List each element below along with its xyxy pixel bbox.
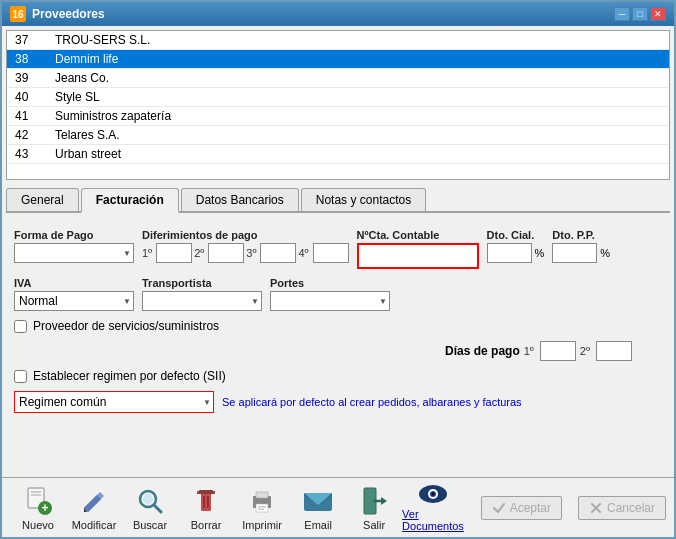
imprimir-icon bbox=[246, 485, 278, 517]
list-item[interactable]: 37 TROU-SERS S.L. bbox=[7, 31, 669, 50]
svg-point-7 bbox=[143, 494, 153, 504]
transportista-select[interactable] bbox=[142, 291, 262, 311]
list-item[interactable]: 39 Jeans Co. bbox=[7, 69, 669, 88]
dto-pp-input[interactable] bbox=[552, 243, 597, 263]
portes-select-wrapper[interactable] bbox=[270, 291, 390, 311]
dif-2-input[interactable] bbox=[208, 243, 244, 263]
app-icon: 16 bbox=[10, 6, 26, 22]
list-item[interactable]: 40 Style SL bbox=[7, 88, 669, 107]
forma-de-pago-select[interactable] bbox=[14, 243, 134, 263]
aceptar-label: Aceptar bbox=[510, 501, 551, 515]
svg-rect-15 bbox=[256, 504, 268, 512]
buscar-label: Buscar bbox=[133, 519, 167, 531]
regimen-select-wrapper[interactable]: Regimen común bbox=[14, 391, 214, 413]
diferimientos-inputs: 1º 2º 3º 4º bbox=[142, 243, 349, 263]
email-button[interactable]: Email bbox=[290, 482, 346, 534]
tabs-area: General Facturación Datos Bancarios Nota… bbox=[6, 188, 670, 213]
portes-group: Portes bbox=[270, 277, 390, 311]
title-controls: ─ □ ✕ bbox=[614, 7, 666, 21]
list-item[interactable]: 41 Suministros zapatería bbox=[7, 107, 669, 126]
dto-pp-label: Dto. P.P. bbox=[552, 229, 610, 241]
dias-pago-label: Días de pago bbox=[445, 344, 520, 358]
ncta-group: NºCta. Contable bbox=[357, 229, 479, 269]
dif-3-input[interactable] bbox=[260, 243, 296, 263]
list-item[interactable]: 42 Telares S.A. bbox=[7, 126, 669, 145]
providers-list[interactable]: 37 TROU-SERS S.L. 38 Demnim life 39 Jean… bbox=[6, 30, 670, 180]
ncta-border-box bbox=[357, 243, 479, 269]
form-row-2: IVA Normal Transportista Portes bbox=[14, 277, 662, 311]
salir-icon bbox=[358, 485, 390, 517]
dto-cial-group: Dto. Cial. % bbox=[487, 229, 545, 263]
minimize-button[interactable]: ─ bbox=[614, 7, 630, 21]
nuevo-button[interactable]: + Nuevo bbox=[10, 482, 66, 534]
iva-label: IVA bbox=[14, 277, 134, 289]
toolbar: + Nuevo Modificar bbox=[2, 477, 674, 537]
portes-select[interactable] bbox=[270, 291, 390, 311]
borrar-icon bbox=[190, 485, 222, 517]
modificar-label: Modificar bbox=[72, 519, 117, 531]
email-label: Email bbox=[304, 519, 332, 531]
svg-marker-25 bbox=[381, 497, 387, 505]
modificar-icon bbox=[78, 485, 110, 517]
dto-cial-label: Dto. Cial. bbox=[487, 229, 545, 241]
proveedor-servicios-row: Proveedor de servicios/suministros bbox=[14, 319, 662, 333]
imprimir-button[interactable]: Imprimir bbox=[234, 482, 290, 534]
dias-pago-1-input[interactable] bbox=[540, 341, 576, 361]
close-button[interactable]: ✕ bbox=[650, 7, 666, 21]
tab-facturacion[interactable]: Facturación bbox=[81, 188, 179, 213]
window-title: Proveedores bbox=[32, 7, 105, 21]
borrar-label: Borrar bbox=[191, 519, 222, 531]
buscar-button[interactable]: Buscar bbox=[122, 482, 178, 534]
dto-pp-group: Dto. P.P. % bbox=[552, 229, 610, 263]
transportista-select-wrapper[interactable] bbox=[142, 291, 262, 311]
ver-documentos-icon bbox=[416, 483, 450, 508]
tab-general[interactable]: General bbox=[6, 188, 79, 211]
form-row-1: Forma de Pago Diferimientos de pago 1º 2… bbox=[14, 229, 662, 269]
list-item-selected[interactable]: 38 Demnim life bbox=[7, 50, 669, 69]
svg-rect-17 bbox=[258, 508, 264, 510]
dias-pago-2-input[interactable] bbox=[596, 341, 632, 361]
ver-documentos-button[interactable]: Ver Documentos bbox=[402, 483, 465, 532]
buscar-icon bbox=[134, 485, 166, 517]
proveedor-servicios-label: Proveedor de servicios/suministros bbox=[33, 319, 219, 333]
dif-4-input[interactable] bbox=[313, 243, 349, 263]
tab-datos-bancarios[interactable]: Datos Bancarios bbox=[181, 188, 299, 211]
dto-pp-percent: % bbox=[600, 247, 610, 259]
form-area: Forma de Pago Diferimientos de pago 1º 2… bbox=[6, 221, 670, 473]
tabs-nav: General Facturación Datos Bancarios Nota… bbox=[6, 188, 670, 213]
dto-cial-percent: % bbox=[535, 247, 545, 259]
title-bar-left: 16 Proveedores bbox=[10, 6, 105, 22]
portes-label: Portes bbox=[270, 277, 390, 289]
email-icon bbox=[302, 485, 334, 517]
svg-rect-9 bbox=[201, 493, 211, 511]
establecer-regimen-checkbox[interactable] bbox=[14, 370, 27, 383]
tab-notas-contactos[interactable]: Notas y contactos bbox=[301, 188, 426, 211]
cancelar-label: Cancelar bbox=[607, 501, 655, 515]
svg-rect-12 bbox=[197, 491, 215, 494]
svg-rect-2 bbox=[31, 494, 41, 496]
iva-select[interactable]: Normal bbox=[14, 291, 134, 311]
modificar-button[interactable]: Modificar bbox=[66, 482, 122, 534]
main-window: 16 Proveedores ─ □ ✕ 37 TROU-SERS S.L. 3… bbox=[0, 0, 676, 539]
dias-pago-row: Días de pago 1º 2º bbox=[14, 341, 662, 361]
diferimientos-group: Diferimientos de pago 1º 2º 3º 4º bbox=[142, 229, 349, 263]
cancelar-button[interactable]: Cancelar bbox=[578, 496, 666, 520]
establecer-regimen-row: Establecer regimen por defecto (SII) bbox=[14, 369, 662, 383]
borrar-button[interactable]: Borrar bbox=[178, 482, 234, 534]
svg-text:+: + bbox=[41, 501, 48, 515]
svg-rect-16 bbox=[258, 506, 266, 508]
svg-point-29 bbox=[432, 493, 435, 496]
restore-button[interactable]: □ bbox=[632, 7, 648, 21]
nuevo-icon: + bbox=[22, 485, 54, 517]
forma-de-pago-select-wrapper[interactable] bbox=[14, 243, 134, 263]
regimen-select[interactable]: Regimen común bbox=[14, 391, 214, 413]
iva-select-wrapper[interactable]: Normal bbox=[14, 291, 134, 311]
aceptar-button[interactable]: Aceptar bbox=[481, 496, 562, 520]
salir-button[interactable]: Salir bbox=[346, 482, 402, 534]
proveedor-servicios-checkbox[interactable] bbox=[14, 320, 27, 333]
list-item[interactable]: 43 Urban street bbox=[7, 145, 669, 164]
transportista-group: Transportista bbox=[142, 277, 262, 311]
dif-1-input[interactable] bbox=[156, 243, 192, 263]
dto-cial-input[interactable] bbox=[487, 243, 532, 263]
ncta-input[interactable] bbox=[363, 247, 473, 265]
